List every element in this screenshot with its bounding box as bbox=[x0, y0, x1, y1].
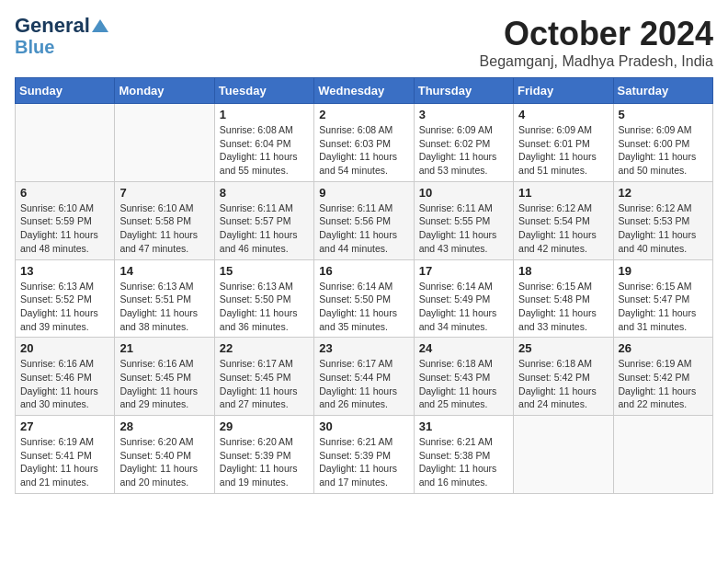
day-number: 13 bbox=[20, 264, 109, 278]
col-sunday: Sunday bbox=[16, 78, 115, 104]
col-tuesday: Tuesday bbox=[214, 78, 313, 104]
table-row: 26Sunrise: 6:19 AMSunset: 5:42 PMDayligh… bbox=[613, 338, 712, 416]
day-number: 6 bbox=[20, 186, 109, 200]
calendar-week-row: 27Sunrise: 6:19 AMSunset: 5:41 PMDayligh… bbox=[16, 416, 713, 494]
table-row: 16Sunrise: 6:14 AMSunset: 5:50 PMDayligh… bbox=[314, 259, 414, 338]
logo-icon bbox=[92, 17, 108, 34]
table-row: 29Sunrise: 6:20 AMSunset: 5:39 PMDayligh… bbox=[214, 416, 313, 494]
day-number: 12 bbox=[619, 186, 708, 200]
svg-marker-0 bbox=[92, 19, 108, 32]
day-info: Sunrise: 6:11 AMSunset: 5:56 PMDaylight:… bbox=[319, 201, 408, 256]
day-info: Sunrise: 6:14 AMSunset: 5:49 PMDaylight:… bbox=[419, 280, 508, 334]
table-row: 19Sunrise: 6:15 AMSunset: 5:47 PMDayligh… bbox=[613, 259, 712, 338]
day-info: Sunrise: 6:13 AMSunset: 5:50 PMDaylight:… bbox=[220, 280, 309, 334]
table-row: 8Sunrise: 6:11 AMSunset: 5:57 PMDaylight… bbox=[214, 181, 313, 259]
day-number: 26 bbox=[619, 341, 708, 355]
day-number: 2 bbox=[319, 108, 408, 121]
col-thursday: Thursday bbox=[414, 78, 513, 104]
table-row: 14Sunrise: 6:13 AMSunset: 5:51 PMDayligh… bbox=[115, 259, 214, 338]
day-info: Sunrise: 6:16 AMSunset: 5:45 PMDaylight:… bbox=[119, 357, 209, 411]
calendar-subtitle: Begamganj, Madhya Pradesh, India bbox=[480, 53, 713, 70]
calendar-week-row: 6Sunrise: 6:10 AMSunset: 5:59 PMDaylight… bbox=[16, 181, 713, 259]
day-info: Sunrise: 6:11 AMSunset: 5:55 PMDaylight:… bbox=[419, 201, 508, 256]
table-row: 5Sunrise: 6:09 AMSunset: 6:00 PMDaylight… bbox=[613, 104, 712, 182]
table-row: 1Sunrise: 6:08 AMSunset: 6:04 PMDaylight… bbox=[214, 104, 313, 182]
table-row: 11Sunrise: 6:12 AMSunset: 5:54 PMDayligh… bbox=[514, 181, 613, 259]
day-info: Sunrise: 6:17 AMSunset: 5:45 PMDaylight:… bbox=[220, 357, 309, 411]
calendar-week-row: 20Sunrise: 6:16 AMSunset: 5:46 PMDayligh… bbox=[16, 338, 713, 416]
table-row: 12Sunrise: 6:12 AMSunset: 5:53 PMDayligh… bbox=[613, 181, 712, 259]
day-number: 21 bbox=[119, 341, 209, 355]
day-number: 20 bbox=[20, 341, 109, 355]
table-row bbox=[16, 104, 115, 182]
table-row: 15Sunrise: 6:13 AMSunset: 5:50 PMDayligh… bbox=[214, 259, 313, 338]
day-number: 4 bbox=[518, 108, 608, 121]
day-info: Sunrise: 6:19 AMSunset: 5:41 PMDaylight:… bbox=[20, 435, 109, 489]
calendar-week-row: 1Sunrise: 6:08 AMSunset: 6:04 PMDaylight… bbox=[16, 104, 713, 182]
day-info: Sunrise: 6:09 AMSunset: 6:02 PMDaylight:… bbox=[419, 123, 508, 178]
col-saturday: Saturday bbox=[613, 78, 712, 104]
logo: General Blue bbox=[15, 15, 108, 57]
day-info: Sunrise: 6:18 AMSunset: 5:43 PMDaylight:… bbox=[419, 357, 508, 411]
day-number: 14 bbox=[119, 264, 209, 278]
day-info: Sunrise: 6:13 AMSunset: 5:51 PMDaylight:… bbox=[119, 280, 209, 334]
table-row: 28Sunrise: 6:20 AMSunset: 5:40 PMDayligh… bbox=[115, 416, 214, 494]
day-number: 29 bbox=[220, 419, 309, 433]
table-row: 2Sunrise: 6:08 AMSunset: 6:03 PMDaylight… bbox=[314, 104, 414, 182]
day-info: Sunrise: 6:20 AMSunset: 5:40 PMDaylight:… bbox=[119, 435, 209, 489]
day-number: 19 bbox=[619, 264, 708, 278]
table-row: 10Sunrise: 6:11 AMSunset: 5:55 PMDayligh… bbox=[414, 181, 513, 259]
day-info: Sunrise: 6:14 AMSunset: 5:50 PMDaylight:… bbox=[319, 280, 408, 334]
day-number: 10 bbox=[419, 186, 508, 200]
day-number: 7 bbox=[119, 186, 209, 200]
table-row: 7Sunrise: 6:10 AMSunset: 5:58 PMDaylight… bbox=[115, 181, 214, 259]
table-row: 18Sunrise: 6:15 AMSunset: 5:48 PMDayligh… bbox=[514, 259, 613, 338]
table-row: 24Sunrise: 6:18 AMSunset: 5:43 PMDayligh… bbox=[414, 338, 513, 416]
day-info: Sunrise: 6:13 AMSunset: 5:52 PMDaylight:… bbox=[20, 280, 109, 334]
table-row: 21Sunrise: 6:16 AMSunset: 5:45 PMDayligh… bbox=[115, 338, 214, 416]
day-number: 22 bbox=[220, 341, 309, 355]
title-block: October 2024 Begamganj, Madhya Pradesh, … bbox=[480, 15, 713, 70]
day-number: 8 bbox=[220, 186, 309, 200]
day-number: 17 bbox=[419, 264, 508, 278]
table-row: 20Sunrise: 6:16 AMSunset: 5:46 PMDayligh… bbox=[16, 338, 115, 416]
table-row: 9Sunrise: 6:11 AMSunset: 5:56 PMDaylight… bbox=[314, 181, 414, 259]
day-info: Sunrise: 6:20 AMSunset: 5:39 PMDaylight:… bbox=[220, 435, 309, 489]
table-row: 6Sunrise: 6:10 AMSunset: 5:59 PMDaylight… bbox=[16, 181, 115, 259]
col-monday: Monday bbox=[115, 78, 214, 104]
table-row: 22Sunrise: 6:17 AMSunset: 5:45 PMDayligh… bbox=[214, 338, 313, 416]
day-info: Sunrise: 6:10 AMSunset: 5:59 PMDaylight:… bbox=[20, 201, 109, 256]
day-info: Sunrise: 6:11 AMSunset: 5:57 PMDaylight:… bbox=[220, 201, 309, 256]
calendar-header-row: Sunday Monday Tuesday Wednesday Thursday… bbox=[16, 78, 713, 104]
day-number: 25 bbox=[518, 341, 608, 355]
table-row: 25Sunrise: 6:18 AMSunset: 5:42 PMDayligh… bbox=[514, 338, 613, 416]
day-number: 24 bbox=[419, 341, 508, 355]
day-number: 9 bbox=[319, 186, 408, 200]
day-info: Sunrise: 6:12 AMSunset: 5:53 PMDaylight:… bbox=[619, 201, 708, 256]
logo-text-blue: Blue bbox=[15, 37, 54, 57]
day-info: Sunrise: 6:21 AMSunset: 5:38 PMDaylight:… bbox=[419, 435, 508, 489]
day-number: 31 bbox=[419, 419, 508, 433]
table-row bbox=[514, 416, 613, 494]
day-number: 23 bbox=[319, 341, 408, 355]
day-info: Sunrise: 6:17 AMSunset: 5:44 PMDaylight:… bbox=[319, 357, 408, 411]
day-info: Sunrise: 6:16 AMSunset: 5:46 PMDaylight:… bbox=[20, 357, 109, 411]
day-info: Sunrise: 6:08 AMSunset: 6:04 PMDaylight:… bbox=[220, 123, 309, 178]
day-number: 5 bbox=[619, 108, 708, 121]
day-info: Sunrise: 6:09 AMSunset: 6:01 PMDaylight:… bbox=[518, 123, 608, 178]
day-info: Sunrise: 6:19 AMSunset: 5:42 PMDaylight:… bbox=[619, 357, 708, 411]
day-info: Sunrise: 6:15 AMSunset: 5:47 PMDaylight:… bbox=[619, 280, 708, 334]
day-info: Sunrise: 6:21 AMSunset: 5:39 PMDaylight:… bbox=[319, 435, 408, 489]
table-row bbox=[613, 416, 712, 494]
col-wednesday: Wednesday bbox=[314, 78, 414, 104]
calendar-week-row: 13Sunrise: 6:13 AMSunset: 5:52 PMDayligh… bbox=[16, 259, 713, 338]
table-row: 4Sunrise: 6:09 AMSunset: 6:01 PMDaylight… bbox=[514, 104, 613, 182]
table-row: 17Sunrise: 6:14 AMSunset: 5:49 PMDayligh… bbox=[414, 259, 513, 338]
table-row: 27Sunrise: 6:19 AMSunset: 5:41 PMDayligh… bbox=[16, 416, 115, 494]
day-number: 27 bbox=[20, 419, 109, 433]
logo-text-general: General bbox=[15, 15, 90, 37]
table-row: 31Sunrise: 6:21 AMSunset: 5:38 PMDayligh… bbox=[414, 416, 513, 494]
day-number: 28 bbox=[119, 419, 209, 433]
day-info: Sunrise: 6:12 AMSunset: 5:54 PMDaylight:… bbox=[518, 201, 608, 256]
day-number: 11 bbox=[518, 186, 608, 200]
